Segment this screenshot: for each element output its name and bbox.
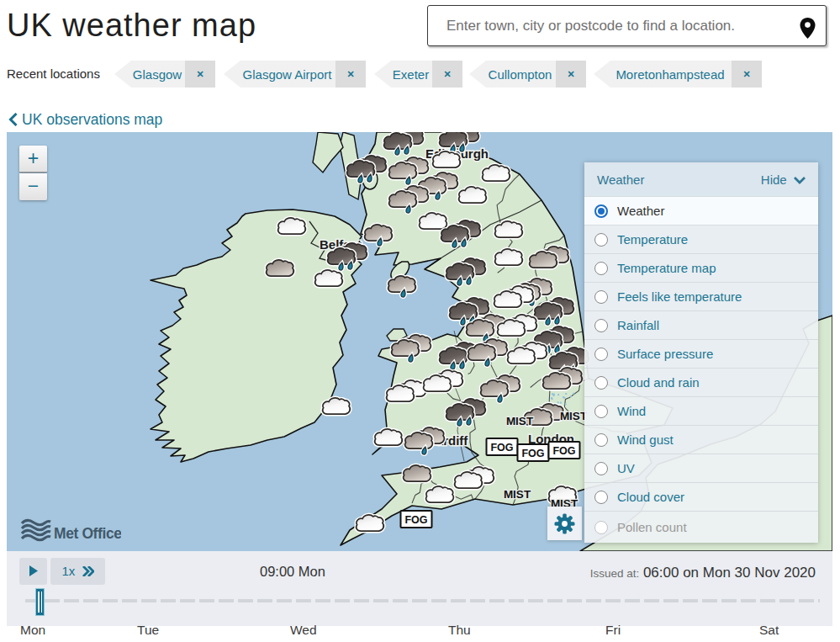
svg-text:Met Office: Met Office: [54, 525, 121, 542]
svg-text:MIST: MIST: [560, 410, 588, 422]
svg-text:MIST: MIST: [504, 488, 531, 501]
svg-text:MIST: MIST: [506, 415, 534, 427]
svg-text:FOG: FOG: [521, 448, 544, 459]
svg-text:FOG: FOG: [404, 514, 427, 526]
svg-text:FOG: FOG: [552, 445, 575, 457]
svg-text:FOG: FOG: [490, 442, 513, 454]
